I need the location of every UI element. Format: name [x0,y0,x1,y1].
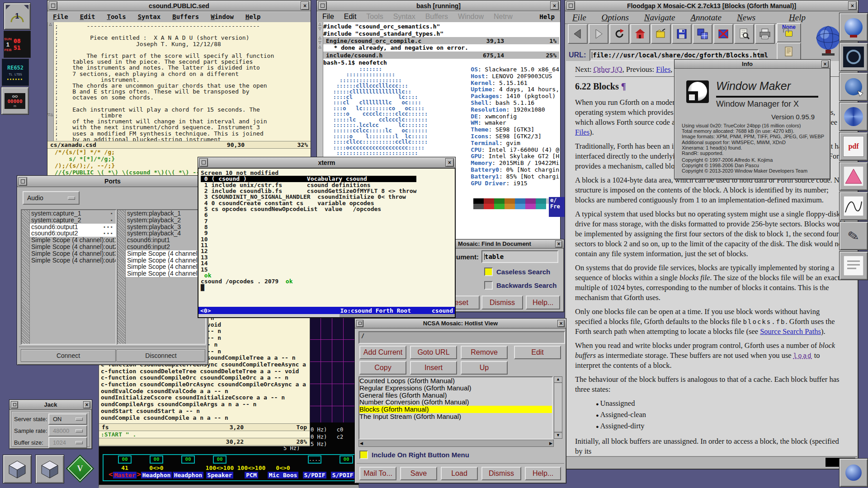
dock-pdf-icon[interactable]: pdf [839,132,868,161]
close-icon[interactable]: × [557,320,565,327]
add-current-button[interactable]: Add Current [359,346,406,359]
dock-prism-icon[interactable] [839,162,868,191]
menu-file[interactable]: File [572,13,586,23]
terminal-line[interactable]: 0 ( csound ) Vocabulary csound [201,176,416,182]
port-list-item[interactable]: system:playback_4 [126,230,205,237]
close-icon[interactable]: × [550,1,559,10]
save-button[interactable] [672,24,692,44]
menu-edit[interactable]: Edit [80,13,95,20]
dock-swirl-icon[interactable] [839,102,868,131]
titlebar[interactable]: Jack × [9,400,92,410]
scrollbar[interactable] [118,210,126,344]
gnustep-cube-appicon[interactable] [3,455,32,483]
miniaturize-icon[interactable] [199,158,208,167]
titlebar[interactable]: bash [running] × [317,0,560,11]
terminal-line[interactable]: 12 [201,248,453,254]
port-list-item[interactable]: Simple Scope (4 channel):in1 [126,250,205,257]
mixer-channel[interactable]: 0<>0Mic Boos [268,455,298,479]
disconnect-button[interactable]: Disconnect [117,349,205,362]
workspace-clip[interactable]: 1 [4,3,31,30]
doc-link[interactable]: Source Search Paths [760,327,821,336]
menu-help[interactable]: Help [789,13,806,23]
port-list-item[interactable]: system:playback_2 [126,217,205,224]
mixer-channel[interactable]: 00100<>100Speaker [205,455,235,479]
port-type-dropdown[interactable]: Audio [23,191,80,205]
hotlist-item[interactable]: General files (Gforth Manual) [359,392,552,399]
mail-to-button[interactable]: Mail To... [359,467,396,480]
terminal-line[interactable]: 8 [201,224,453,230]
vim-buffer-text[interactable]: #include "csound_orc_semantics.h" #inclu… [323,23,559,37]
close-icon[interactable]: × [445,158,454,167]
terminal-line[interactable]: Screen 10 not modified [201,170,453,176]
menu-window[interactable]: Window [211,13,234,20]
port-list-item[interactable]: system:capture_2▪ [30,217,116,224]
titlebar[interactable]: Floodgap X Mosaic-CK 2.7ck13 [Blocks (Gf… [565,0,858,11]
dismiss-button[interactable]: Dismiss [481,296,523,310]
connect-button[interactable]: Connect [21,349,116,362]
miniaturize-icon[interactable] [566,1,575,10]
editor-text[interactable]: ; --------------------------------------… [55,23,310,142]
help-button[interactable]: Help... [526,296,560,310]
port-list-item[interactable]: csound6:input1 [126,237,205,244]
terminal-line[interactable]: 14 [201,260,453,266]
titlebar[interactable]: Ports × [17,176,208,187]
vim-line[interactable]: * done already, and negative on error. [323,44,559,52]
close-icon[interactable]: × [848,1,857,10]
counter-dockapp[interactable]: GO 00000 m [1,87,29,115]
mixer-channel[interactable]: 000<>0Headphon [142,455,171,479]
caseless-search-option[interactable]: Caseless Search [484,267,550,276]
menu-tools[interactable]: Tools [107,13,126,20]
open-button[interactable] [651,24,671,44]
menu-help[interactable]: Help [539,13,555,20]
close-window-button[interactable] [713,24,733,44]
titlebar[interactable]: Info × [675,60,830,69]
copy-button[interactable]: Copy [359,361,406,375]
mosaic-appicon[interactable] [839,458,868,487]
port-list-item[interactable]: Simple Scope (4 channel):out3 [30,250,116,257]
miniaturize-icon[interactable] [49,1,57,10]
find-in-document-button[interactable] [734,24,754,44]
terminal-line[interactable]: 11 [201,242,453,248]
include-right-button-menu-option[interactable]: Include On Right Button Menu [359,450,469,459]
edit-button[interactable]: Edit [514,346,561,359]
terminal-line[interactable]: 10 [201,236,453,242]
menu-navigate[interactable]: Navigate [644,13,675,23]
hotlist-item[interactable]: Number Conversion (Gforth Manual) [359,399,552,406]
hotlist-item[interactable]: Regular Expressions (Gforth Manual) [359,385,552,392]
home-button[interactable] [630,24,650,44]
port-list-item[interactable]: Simple Scope (4 channel):in3 [126,263,205,270]
shell-prompt[interactable]: bash-5.1$ neofetch [323,59,559,66]
doc-link[interactable]: Files [656,65,670,74]
menu-annotate[interactable]: Annotate [690,13,722,23]
titlebar[interactable]: NCSA Mosaic: Hotlist View × [355,319,566,328]
port-list-item[interactable]: Simple Scope (4 channel):in2 [126,257,205,264]
clock-dockapp[interactable]: SUN 1 FEB 08 51 [4,31,31,58]
terminal-line[interactable]: csound /opcodes . 2079 ok [201,278,453,284]
back-button[interactable] [568,24,588,44]
menu-item[interactable]: Window [458,13,484,21]
sample-rate-dropdown[interactable]: 48000 [48,425,87,436]
goto-url-button[interactable]: Goto URL [410,346,457,359]
print-button[interactable] [755,24,775,44]
lcd-dockapp[interactable]: RE652 TL LTDS [2,59,29,86]
dock-pencil-icon[interactable]: ✎ [839,221,868,250]
scrollbar-horizontal[interactable]: ◀▶ [359,440,554,447]
buffer-size-dropdown[interactable]: 1024 [48,437,87,448]
vim-commandline[interactable]: :START " . [99,431,310,438]
hotlist-item[interactable]: Counted Loops (Gforth Manual) [359,377,552,385]
hotlist-item[interactable]: The Input Stream (Gforth Manual) [359,413,552,420]
clone-window-button[interactable] [693,24,712,44]
terminal-line[interactable]: 15 [201,267,453,272]
gnustep-cube-appicon[interactable] [35,455,64,483]
port-list-item[interactable]: csound6:output1▪▪▪ [30,224,116,230]
terminal-line[interactable]: 9 [201,230,453,236]
port-list-item[interactable]: csound6:input2 [126,244,205,250]
checkbox-checked-icon[interactable] [484,267,493,276]
hotlist-item[interactable]: Blocks (Gforth Manual) [359,406,552,413]
checkbox-unchecked-icon[interactable] [484,281,493,290]
up-button[interactable]: Up [461,361,508,375]
miniaturize-icon[interactable] [356,320,363,327]
insert-button[interactable]: Insert [410,361,457,375]
reload-button[interactable] [609,24,629,44]
port-list-item[interactable]: csound6:output2▪▪▪ [30,230,116,237]
